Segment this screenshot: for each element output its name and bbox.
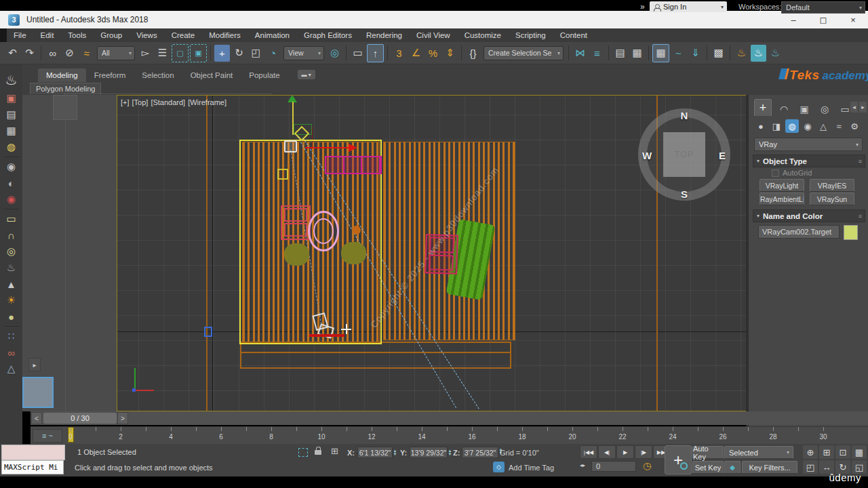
x-coordinate-field[interactable]: 6'1 13/32" xyxy=(357,447,393,458)
menu-graph-editors[interactable]: Graph Editors xyxy=(304,31,352,39)
bulb-tool-icon[interactable]: ◍ xyxy=(3,139,20,155)
go-to-start-button[interactable]: |◀◀ xyxy=(580,445,597,459)
tab-motion[interactable]: ◎ xyxy=(816,102,833,116)
ribbon-tab-object-paint[interactable]: Object Paint xyxy=(182,68,241,82)
viewport-menu-pov[interactable]: [Top] xyxy=(132,98,149,106)
physical-camera-icon[interactable]: ◉ xyxy=(3,191,20,207)
layer-explorer-icon[interactable]: ▦ xyxy=(629,45,645,62)
menu-civil-view[interactable]: Civil View xyxy=(416,31,450,39)
menu-customize[interactable]: Customize xyxy=(465,31,501,39)
viewport-menu-general[interactable]: [+] xyxy=(121,98,130,106)
category-shapes[interactable]: ◨ xyxy=(770,119,783,133)
ribbon-overflow-icon[interactable]: ▬ ▾ xyxy=(298,70,315,79)
object-table-icon[interactable]: ▦ xyxy=(3,123,20,139)
menu-rendering[interactable]: Rendering xyxy=(366,31,402,39)
flyout-arrow-button[interactable]: ▸ xyxy=(28,358,41,371)
select-and-link-icon[interactable]: ∞ xyxy=(45,45,60,62)
set-key-button[interactable]: Set Key xyxy=(692,461,724,474)
restore-button[interactable]: ◻ xyxy=(808,12,838,28)
zoom-extents-button[interactable]: ⊡ xyxy=(835,445,850,459)
reference-coordinate-dropdown[interactable]: View▾ xyxy=(283,46,324,60)
next-frame-button[interactable]: |▶ xyxy=(635,445,652,459)
disc-light-icon[interactable]: ◎ xyxy=(3,243,20,260)
wire-teapot-icon[interactable]: ♨ xyxy=(3,260,20,276)
sign-in-dropdown-arrow[interactable]: ▾ xyxy=(721,4,724,10)
menu-group[interactable]: Group xyxy=(100,31,122,39)
menu-views[interactable]: Views xyxy=(136,31,157,39)
ribbon-resize-handle[interactable] xyxy=(64,94,271,94)
maxscript-mini-listener[interactable] xyxy=(1,445,65,460)
menu-overflow-chevron[interactable]: » xyxy=(640,2,645,12)
docked-dialog-thumbnail[interactable] xyxy=(22,377,54,408)
gizmo-x-axis[interactable] xyxy=(305,147,349,148)
snaps-toggle-icon[interactable]: 3 xyxy=(391,45,407,62)
time-slider-handle[interactable]: 0 / 30 xyxy=(43,413,117,424)
ribbon-tab-modeling[interactable]: Modeling xyxy=(38,68,86,82)
object-color-swatch[interactable] xyxy=(844,225,858,240)
time-configuration-icon[interactable]: ◷ xyxy=(643,460,651,471)
film-camera-icon[interactable]: ◉ xyxy=(3,159,20,175)
ribbon-tab-freeform[interactable]: Freeform xyxy=(86,68,134,82)
schematic-view-icon[interactable]: ⇓ xyxy=(688,45,703,62)
previous-frame-button[interactable]: ◀| xyxy=(598,445,616,459)
panel-tabs-scroll-right[interactable]: ▸ xyxy=(859,102,867,113)
rendered-frame-icon[interactable]: ♨ xyxy=(751,45,766,62)
y-spinner[interactable]: ▲▼ xyxy=(447,447,453,458)
add-time-tag-text[interactable]: Add Time Tag xyxy=(509,464,554,472)
category-space-warps[interactable]: ≈ xyxy=(832,119,846,133)
keyboard-override-icon[interactable]: ▭ xyxy=(350,45,366,62)
ribbon-tab-populate[interactable]: Populate xyxy=(241,68,288,82)
viewcube-east[interactable]: E xyxy=(719,150,726,161)
polygon-modeling-panel[interactable]: Polygon Modeling xyxy=(30,83,101,94)
zoom-extents-all-button[interactable]: ▦ xyxy=(852,445,867,459)
create-selection-set-dropdown[interactable]: Create Selection Se▾ xyxy=(484,46,564,60)
object-name-field[interactable]: VRayCam002.Target xyxy=(758,225,840,239)
light-lister-icon[interactable]: ▤ xyxy=(3,106,20,123)
select-and-manipulate-icon[interactable]: ◔ xyxy=(265,45,281,62)
menu-animation[interactable]: Animation xyxy=(255,31,290,39)
menu-scripting[interactable]: Scripting xyxy=(515,31,546,39)
menu-file[interactable]: File xyxy=(14,31,26,39)
unlink-selection-icon[interactable]: ⊘ xyxy=(62,45,77,62)
select-and-place-icon[interactable]: ↑ xyxy=(367,44,384,62)
plane-light-icon[interactable]: ▭ xyxy=(3,211,20,227)
mirror-icon[interactable]: ⋈ xyxy=(572,45,588,62)
sun-light-icon[interactable]: ☀ xyxy=(3,292,20,308)
angle-snap-icon[interactable]: ∠ xyxy=(408,45,424,62)
bind-to-space-warp-icon[interactable]: ≈ xyxy=(79,45,94,62)
render-setup-icon[interactable]: ♨ xyxy=(734,45,749,62)
select-by-name-icon[interactable]: ☰ xyxy=(155,45,170,62)
select-and-scale-icon[interactable]: ◰ xyxy=(248,45,264,62)
menu-content[interactable]: Content xyxy=(560,31,587,39)
autogrid-checkbox[interactable]: AutoGrid xyxy=(772,169,812,177)
redo-icon[interactable]: ↷ xyxy=(22,45,37,62)
key-filters-button[interactable]: Key Filters... xyxy=(742,461,797,474)
viewcube-south[interactable]: S xyxy=(681,188,688,200)
collapsed-panel-stub[interactable] xyxy=(53,95,77,120)
name-and-color-rollout[interactable]: ▾ Name and Color ≡ xyxy=(753,209,865,222)
mini-curve-editor-button[interactable]: ≡ ~ xyxy=(33,429,62,443)
play-button[interactable]: ▶ xyxy=(616,445,634,459)
menu-edit[interactable]: Edit xyxy=(41,31,54,39)
rectangular-selection-region-icon[interactable]: ▢ xyxy=(172,44,189,62)
current-frame-field[interactable]: 0 xyxy=(591,461,636,472)
minimize-button[interactable]: – xyxy=(778,12,808,28)
rendered-image-icon[interactable]: ▣ xyxy=(3,90,20,106)
cone-light-icon[interactable]: ▲ xyxy=(3,276,20,292)
sphere-light-icon[interactable]: ● xyxy=(3,308,20,325)
workspaces-dropdown[interactable]: Default▾ xyxy=(781,1,865,14)
material-editor-icon[interactable]: ▩ xyxy=(711,45,726,62)
viewport-menu-shading[interactable]: [Wireframe] xyxy=(188,98,226,106)
frame-step-arrows[interactable]: ◂▸ xyxy=(580,462,585,468)
key-filter-icon[interactable]: ◆ xyxy=(724,461,741,474)
maxscript-listener-field[interactable]: MAXScript Mi xyxy=(1,460,64,474)
zoom-all-button[interactable]: ⊞ xyxy=(819,445,834,459)
object-type-rollout[interactable]: ▾ Object Type ≡ xyxy=(753,155,865,167)
array-tool-icon[interactable]: ∷ xyxy=(3,328,20,344)
category-geometry[interactable]: ● xyxy=(754,119,768,133)
next-frame-arrow[interactable]: > xyxy=(117,412,128,424)
absolute-mode-icon[interactable]: ⊞ xyxy=(331,446,338,456)
time-tag-icon[interactable]: ◇ xyxy=(493,462,505,472)
y-coordinate-field[interactable]: 13'9 29/32" xyxy=(410,447,448,458)
bench-wireframe[interactable] xyxy=(325,156,382,174)
